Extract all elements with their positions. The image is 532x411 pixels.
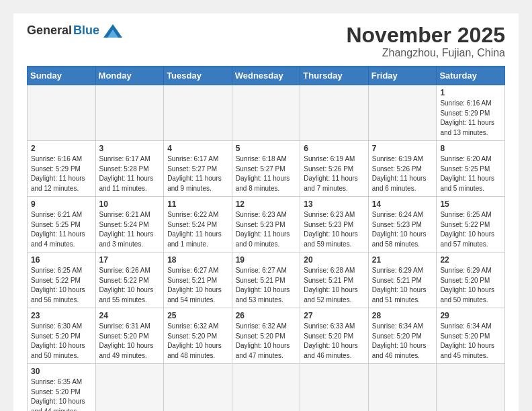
header-sunday: Sunday [28, 66, 96, 85]
day-info: Sunrise: 6:31 AM Sunset: 5:20 PM Dayligh… [99, 322, 161, 361]
day-number: 30 [31, 367, 92, 376]
day-info: Sunrise: 6:35 AM Sunset: 5:20 PM Dayligh… [31, 377, 92, 411]
calendar-cell-5-5 [368, 364, 437, 411]
day-info: Sunrise: 6:16 AM Sunset: 5:29 PM Dayligh… [31, 154, 92, 193]
day-info: Sunrise: 6:19 AM Sunset: 5:26 PM Dayligh… [372, 154, 433, 193]
day-number: 26 [236, 311, 297, 320]
day-info: Sunrise: 6:25 AM Sunset: 5:22 PM Dayligh… [31, 266, 92, 305]
calendar-cell-4-2: 25Sunrise: 6:32 AM Sunset: 5:20 PM Dayli… [164, 308, 232, 364]
calendar-cell-5-6 [437, 364, 505, 411]
header-monday: Monday [95, 66, 164, 85]
day-number: 3 [99, 144, 161, 153]
day-number: 18 [167, 255, 228, 265]
calendar-cell-2-5: 14Sunrise: 6:24 AM Sunset: 5:23 PM Dayli… [368, 197, 437, 253]
logo-text: General Blue [27, 24, 122, 38]
calendar-cell-0-5 [368, 85, 437, 141]
day-info: Sunrise: 6:30 AM Sunset: 5:20 PM Dayligh… [31, 322, 92, 361]
day-number: 10 [99, 199, 161, 209]
calendar-cell-1-6: 8Sunrise: 6:20 AM Sunset: 5:25 PM Daylig… [437, 141, 505, 197]
day-info: Sunrise: 6:28 AM Sunset: 5:21 PM Dayligh… [304, 266, 365, 305]
day-number: 17 [99, 255, 161, 265]
calendar-cell-1-5: 7Sunrise: 6:19 AM Sunset: 5:26 PM Daylig… [368, 141, 437, 197]
calendar-cell-3-1: 17Sunrise: 6:26 AM Sunset: 5:22 PM Dayli… [95, 253, 164, 308]
calendar-row-4: 23Sunrise: 6:30 AM Sunset: 5:20 PM Dayli… [28, 308, 505, 364]
calendar-row-5: 30Sunrise: 6:35 AM Sunset: 5:20 PM Dayli… [28, 364, 505, 411]
day-number: 1 [440, 88, 501, 97]
day-number: 28 [372, 311, 433, 320]
calendar-cell-4-1: 24Sunrise: 6:31 AM Sunset: 5:20 PM Dayli… [95, 308, 164, 364]
calendar-cell-1-1: 3Sunrise: 6:17 AM Sunset: 5:28 PM Daylig… [95, 141, 164, 197]
day-info: Sunrise: 6:25 AM Sunset: 5:22 PM Dayligh… [440, 210, 501, 249]
calendar-cell-4-6: 29Sunrise: 6:34 AM Sunset: 5:20 PM Dayli… [437, 308, 505, 364]
calendar-cell-2-2: 11Sunrise: 6:22 AM Sunset: 5:24 PM Dayli… [164, 197, 232, 253]
location: Zhangzhou, Fujian, China [346, 47, 505, 59]
day-number: 9 [31, 199, 92, 209]
calendar-row-1: 2Sunrise: 6:16 AM Sunset: 5:29 PM Daylig… [28, 141, 505, 197]
day-number: 29 [440, 311, 501, 320]
calendar-cell-5-0: 30Sunrise: 6:35 AM Sunset: 5:20 PM Dayli… [28, 364, 96, 411]
day-number: 25 [167, 311, 228, 320]
day-info: Sunrise: 6:22 AM Sunset: 5:24 PM Dayligh… [167, 210, 228, 249]
day-info: Sunrise: 6:32 AM Sunset: 5:20 PM Dayligh… [236, 322, 297, 361]
day-info: Sunrise: 6:17 AM Sunset: 5:27 PM Dayligh… [167, 154, 228, 193]
weekday-header-row: Sunday Monday Tuesday Wednesday Thursday… [28, 66, 505, 85]
calendar-cell-3-5: 21Sunrise: 6:29 AM Sunset: 5:21 PM Dayli… [368, 253, 437, 308]
calendar-cell-5-1 [95, 364, 164, 411]
day-info: Sunrise: 6:18 AM Sunset: 5:27 PM Dayligh… [236, 154, 297, 193]
calendar-cell-1-2: 4Sunrise: 6:17 AM Sunset: 5:27 PM Daylig… [164, 141, 232, 197]
logo: General Blue [27, 24, 122, 38]
day-number: 4 [167, 144, 228, 153]
calendar-cell-0-2 [164, 85, 232, 141]
calendar-row-3: 16Sunrise: 6:25 AM Sunset: 5:22 PM Dayli… [28, 253, 505, 308]
day-info: Sunrise: 6:27 AM Sunset: 5:21 PM Dayligh… [236, 266, 297, 305]
header-tuesday: Tuesday [164, 66, 232, 85]
day-number: 8 [440, 144, 501, 153]
calendar-cell-3-0: 16Sunrise: 6:25 AM Sunset: 5:22 PM Dayli… [28, 253, 96, 308]
day-number: 12 [236, 199, 297, 209]
calendar-row-0: 1Sunrise: 6:16 AM Sunset: 5:29 PM Daylig… [28, 85, 505, 141]
day-info: Sunrise: 6:29 AM Sunset: 5:20 PM Dayligh… [440, 266, 501, 305]
day-number: 19 [236, 255, 297, 265]
day-number: 24 [99, 311, 161, 320]
title-section: November 2025 Zhangzhou, Fujian, China [346, 24, 505, 59]
header-wednesday: Wednesday [232, 66, 300, 85]
day-number: 20 [304, 255, 365, 265]
day-number: 16 [31, 255, 92, 265]
day-info: Sunrise: 6:23 AM Sunset: 5:23 PM Dayligh… [304, 210, 365, 249]
day-number: 2 [31, 144, 92, 153]
day-info: Sunrise: 6:19 AM Sunset: 5:26 PM Dayligh… [304, 154, 365, 193]
day-info: Sunrise: 6:24 AM Sunset: 5:23 PM Dayligh… [372, 210, 433, 249]
day-number: 21 [372, 255, 433, 265]
day-number: 27 [304, 311, 365, 320]
calendar-container: General Blue November 2025 Zhangzhou, Fu… [13, 13, 519, 411]
calendar-cell-0-1 [95, 85, 164, 141]
month-title: November 2025 [346, 24, 505, 47]
calendar-row-2: 9Sunrise: 6:21 AM Sunset: 5:25 PM Daylig… [28, 197, 505, 253]
day-number: 7 [372, 144, 433, 153]
header-friday: Friday [368, 66, 437, 85]
calendar-cell-2-1: 10Sunrise: 6:21 AM Sunset: 5:24 PM Dayli… [95, 197, 164, 253]
calendar-cell-2-3: 12Sunrise: 6:23 AM Sunset: 5:23 PM Dayli… [232, 197, 300, 253]
day-info: Sunrise: 6:33 AM Sunset: 5:20 PM Dayligh… [304, 322, 365, 361]
day-number: 23 [31, 311, 92, 320]
day-number: 22 [440, 255, 501, 265]
day-info: Sunrise: 6:16 AM Sunset: 5:29 PM Dayligh… [440, 99, 501, 138]
day-info: Sunrise: 6:32 AM Sunset: 5:20 PM Dayligh… [167, 322, 228, 361]
day-number: 14 [372, 199, 433, 209]
day-number: 15 [440, 199, 501, 209]
day-number: 5 [236, 144, 297, 153]
calendar-cell-4-4: 27Sunrise: 6:33 AM Sunset: 5:20 PM Dayli… [300, 308, 369, 364]
logo-blue-text: Blue [73, 24, 99, 38]
calendar-cell-0-3 [232, 85, 300, 141]
calendar-cell-5-4 [300, 364, 369, 411]
calendar-cell-5-3 [232, 364, 300, 411]
day-info: Sunrise: 6:17 AM Sunset: 5:28 PM Dayligh… [99, 154, 161, 193]
header-thursday: Thursday [300, 66, 369, 85]
calendar-cell-2-6: 15Sunrise: 6:25 AM Sunset: 5:22 PM Dayli… [437, 197, 505, 253]
day-info: Sunrise: 6:21 AM Sunset: 5:25 PM Dayligh… [31, 210, 92, 249]
calendar-cell-3-6: 22Sunrise: 6:29 AM Sunset: 5:20 PM Dayli… [437, 253, 505, 308]
calendar-cell-4-3: 26Sunrise: 6:32 AM Sunset: 5:20 PM Dayli… [232, 308, 300, 364]
header: General Blue November 2025 Zhangzhou, Fu… [27, 24, 505, 59]
day-info: Sunrise: 6:29 AM Sunset: 5:21 PM Dayligh… [372, 266, 433, 305]
calendar-cell-1-0: 2Sunrise: 6:16 AM Sunset: 5:29 PM Daylig… [28, 141, 96, 197]
